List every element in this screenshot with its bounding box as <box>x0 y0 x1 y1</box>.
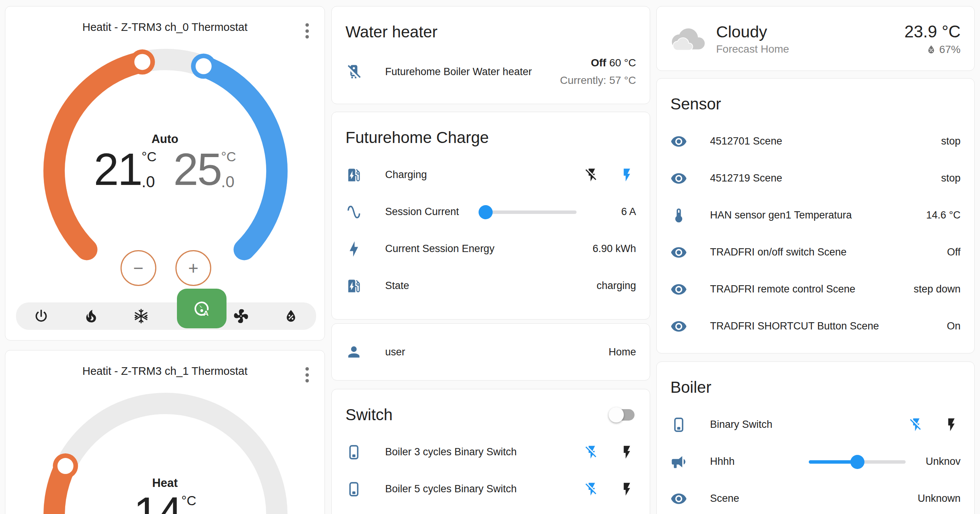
entity-name: Charging <box>385 169 584 181</box>
water-heater-card: Water heater Futurehome Boiler Water hea… <box>331 6 650 104</box>
entity-name: TRADFRI on/off switch Scene <box>710 246 947 258</box>
light-switch-icon <box>670 416 687 433</box>
high-setpoint-unit: °C <box>221 149 236 164</box>
low-setpoint-unit: °C <box>141 149 156 164</box>
entity-name: Hhhh <box>710 456 809 467</box>
switch-card: Switch Boiler 3 cycles Binary Switch Boi… <box>331 389 650 514</box>
low-setpoint-decimal: .0 <box>141 173 156 191</box>
eye-icon <box>670 281 687 298</box>
hvac-mode-label: Auto <box>5 132 325 146</box>
entity-value: Unknov <box>916 456 961 467</box>
mode-heat-button[interactable] <box>83 308 100 324</box>
session-current-slider[interactable] <box>480 205 577 219</box>
snowflake-icon <box>133 308 149 324</box>
sensor-row[interactable]: TRADFRI remote control Scene step down <box>670 271 961 308</box>
mode-fan-button[interactable] <box>233 308 249 324</box>
hhhh-row[interactable]: Hhhh Unknov <box>670 443 961 480</box>
weather-condition: Cloudy <box>716 22 789 41</box>
eye-icon <box>670 244 687 261</box>
flash-icon[interactable] <box>619 482 635 497</box>
sensor-row[interactable]: 4512701 Scene stop <box>670 123 961 160</box>
more-options-button[interactable] <box>299 366 315 383</box>
mode-dry-button[interactable] <box>283 308 299 324</box>
flash-icon[interactable] <box>619 445 635 460</box>
eye-icon <box>670 318 687 335</box>
low-setpoint[interactable]: 21 °C .0 <box>94 146 157 193</box>
water-heater-row[interactable]: Futurehome Boiler Water heater Off 60 °C… <box>345 51 636 93</box>
slider-thumb[interactable] <box>850 455 864 469</box>
decrease-temperature-button[interactable]: − <box>120 250 156 286</box>
entity-value: 6 A <box>586 206 636 218</box>
eye-icon <box>670 170 687 187</box>
high-setpoint[interactable]: 25 °C .0 <box>174 146 236 193</box>
entity-name: Binary Switch <box>710 419 909 430</box>
high-setpoint-value: 25 <box>174 146 221 193</box>
entity-name: Boiler 5 cycles Binary Switch <box>385 483 584 495</box>
mode-off-button[interactable] <box>33 308 50 324</box>
flash-off-icon[interactable] <box>909 417 924 432</box>
entity-value: stop <box>941 135 961 147</box>
boiler-5-cycles-row[interactable]: Boiler 5 cycles Binary Switch <box>345 471 636 508</box>
target-temp: 60 °C <box>609 57 636 69</box>
entity-value: On <box>947 320 961 332</box>
entity-value: Unknown <box>917 493 961 504</box>
sensor-row[interactable]: 4512719 Scene stop <box>670 160 961 197</box>
flash-off-icon[interactable] <box>584 445 599 460</box>
dashboard: { "colors": { "accent_orange": "#e8743f"… <box>0 0 980 514</box>
power-icon <box>33 308 50 324</box>
flash-off-icon[interactable] <box>584 167 599 183</box>
card-title: Futurehome Charge <box>332 112 650 156</box>
sensor-row[interactable]: TRADFRI SHORTCUT Button Scene On <box>670 308 961 345</box>
entity-value: 6.90 kWh <box>593 243 636 255</box>
mode-cool-button[interactable] <box>133 308 149 324</box>
entity-name: HAN sensor gen1 Temperatura <box>710 209 926 221</box>
more-options-button[interactable] <box>299 22 315 39</box>
thermostat-title: Heatit - Z-TRM3 ch_0 Thermostat <box>5 21 325 34</box>
entity-name: Scene <box>710 493 917 504</box>
setpoint[interactable]: 14 °C <box>133 490 196 514</box>
flash-icon[interactable] <box>619 167 635 183</box>
account-icon <box>345 344 362 360</box>
entity-name: Session Current <box>385 206 480 218</box>
card-title: Boiler <box>657 362 974 406</box>
entity-name: Boiler 3 cycles Binary Switch <box>385 446 584 458</box>
sensor-row[interactable]: HAN sensor gen1 Temperatura 14.6 °C <box>670 197 961 234</box>
state-row[interactable]: State charging <box>345 267 636 304</box>
light-switch-icon <box>345 444 362 461</box>
sensor-row[interactable]: TRADFRI on/off switch Scene Off <box>670 234 961 271</box>
entity-name: TRADFRI SHORTCUT Button Scene <box>710 320 947 332</box>
fan-icon <box>233 308 249 324</box>
switch-toggle[interactable] <box>610 408 635 421</box>
plus-icon: + <box>188 258 199 278</box>
session-energy-row[interactable]: Current Session Energy 6.90 kWh <box>345 230 636 267</box>
binary-switch-row[interactable]: Binary Switch <box>670 406 961 443</box>
setpoint-temperatures: 14 °C <box>5 490 325 514</box>
entity-value: 14.6 °C <box>926 209 961 221</box>
hhhh-slider[interactable] <box>809 455 906 469</box>
weather-humidity: 67% <box>904 43 961 56</box>
thermostat-card-ch1: Heatit - Z-TRM3 ch_1 Thermostat Heat 14 … <box>5 350 325 514</box>
flash-off-icon[interactable] <box>584 482 599 497</box>
charging-row[interactable]: Charging <box>345 156 636 193</box>
current-temp: Currently: 57 °C <box>560 74 636 86</box>
flash-icon[interactable] <box>944 417 959 432</box>
toggle-thumb[interactable] <box>609 407 624 422</box>
fire-icon <box>83 308 100 324</box>
setpoint-temperatures: 21 °C .0 25 °C .0 <box>5 146 325 193</box>
user-row[interactable]: user Home <box>345 334 636 371</box>
water-heater-state: Off 60 °C <box>591 57 636 69</box>
entity-name: user <box>385 346 609 358</box>
session-current-row[interactable]: Session Current 6 A <box>345 193 636 230</box>
high-setpoint-decimal: .0 <box>221 173 236 191</box>
low-setpoint-value: 21 <box>94 146 141 193</box>
boiler-3-cycles-row[interactable]: Boiler 3 cycles Binary Switch <box>345 434 636 471</box>
mode-auto-button-selected[interactable] <box>177 289 227 328</box>
water-percent-icon <box>925 44 937 55</box>
scene-row[interactable]: Scene Unknown <box>670 480 961 514</box>
setpoint-unit: °C <box>181 493 196 508</box>
slider-thumb[interactable] <box>479 205 493 219</box>
weather-subtitle: Forecast Home <box>716 43 789 55</box>
weather-card[interactable]: Cloudy Forecast Home 23.9 °C 67% <box>656 6 975 71</box>
thermostat-auto-icon <box>193 299 211 318</box>
increase-temperature-button[interactable]: + <box>175 250 211 286</box>
